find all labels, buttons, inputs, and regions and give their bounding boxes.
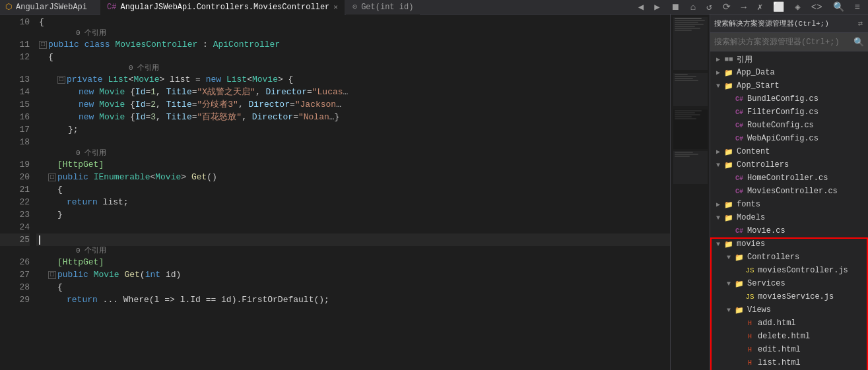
- search-input[interactable]: [714, 38, 851, 47]
- ref-hint-13: 0 个引用: [36, 63, 670, 73]
- toolbar-btn-menu[interactable]: ≡: [852, 2, 863, 13]
- tree-item-listhtml[interactable]: H list.html: [710, 356, 868, 369]
- tree-item-moviesservicejs[interactable]: JS moviesService.js: [710, 290, 868, 303]
- line-num-20: 20: [0, 171, 30, 183]
- toolbar-btn-2[interactable]: ▶: [651, 1, 662, 13]
- tree-item-app-data[interactable]: 📁 App_Data: [710, 66, 868, 79]
- tree-item-moviescontrollerjs[interactable]: JS moviesController.js: [710, 264, 868, 277]
- line-num-11: 11: [0, 38, 30, 51]
- code-line-29: return ... Where(l => l.Id == id).FirstO…: [36, 293, 670, 306]
- tab-cs-icon: C#: [107, 3, 116, 12]
- code-line-25[interactable]: [36, 233, 670, 246]
- tree-icon-ref: ■■: [723, 54, 734, 65]
- code-line-16: new Movie { Id = 3 , Title = "百花怒放" , Di…: [36, 111, 670, 123]
- tree-item-routeconfig[interactable]: C# RouteConfig.cs: [710, 119, 868, 132]
- code-content[interactable]: { 0 个引用 □ public class MoviesController …: [36, 15, 670, 370]
- tree-item-services[interactable]: 📁 Services: [710, 277, 868, 290]
- cs-icon-routeconfig: C#: [734, 120, 745, 131]
- search-icon[interactable]: 🔍: [853, 37, 864, 47]
- tree-item-movies-controllers[interactable]: 📁 Controllers: [710, 251, 868, 264]
- text-cursor: [39, 235, 40, 245]
- toolbar-btn-sq[interactable]: ⬜: [770, 1, 787, 13]
- cs-icon-bundleconfig: C#: [734, 94, 745, 104]
- tree-label-deletehtml: delete.html: [758, 332, 810, 341]
- tree-item-edithtml[interactable]: H edit.html: [710, 343, 868, 356]
- toolbar-btn-undo[interactable]: ↺: [704, 1, 714, 13]
- tree-label-routeconfig: RouteConfig.cs: [747, 121, 814, 130]
- se-btn-sync[interactable]: ⇄: [857, 17, 864, 30]
- toolbar-btn-search[interactable]: 🔍: [830, 1, 847, 13]
- toolbar-btn-refresh[interactable]: ⟳: [720, 1, 733, 13]
- tree-item-controllers[interactable]: 📁 Controllers: [710, 158, 868, 171]
- tree-item-webapiconfig[interactable]: C# WebApiConfig.cs: [710, 132, 868, 145]
- tree-arrow-app-start: [713, 82, 723, 90]
- tree-arrow-services: [723, 280, 734, 288]
- app-icon: ⬡: [5, 2, 12, 12]
- collapse-11[interactable]: □: [39, 41, 47, 49]
- code-line-15: new Movie { Id = 2 , Title = "分歧者3" , Di…: [36, 98, 670, 111]
- toolbar-btn-home[interactable]: ⌂: [688, 2, 698, 13]
- code-line-22: return list;: [36, 196, 670, 208]
- minimap-section-4: [673, 151, 708, 184]
- tab-label-2: Get(int id): [361, 3, 413, 12]
- tree-label-ref: 引用: [737, 54, 752, 65]
- collapse-13[interactable]: □: [57, 76, 65, 84]
- tree-label-app-data: App_Data: [737, 68, 775, 77]
- tree-label-listhtml: list.html: [758, 358, 801, 367]
- tree-item-addhtml[interactable]: H add.html: [710, 317, 868, 330]
- html-icon-deletehtml: H: [745, 331, 755, 342]
- folder-icon-controllers: 📁: [723, 160, 734, 170]
- tree-item-movies[interactable]: 📁 movies: [710, 237, 868, 251]
- solution-tree[interactable]: ■■ 引用 📁 App_Data 📁 App_Start: [710, 51, 868, 370]
- cs-icon-homecontroller: C#: [734, 173, 745, 183]
- collapse-27[interactable]: □: [48, 271, 56, 279]
- tab-get-int-id[interactable]: ⊙ Get(int id): [346, 0, 420, 15]
- tree-item-movie-cs[interactable]: C# Movie.cs: [710, 224, 868, 237]
- tree-item-views[interactable]: 📁 Views: [710, 303, 868, 317]
- tree-item-bundleconfig[interactable]: C# BundleConfig.cs: [710, 92, 868, 106]
- toolbar-btn-forward[interactable]: →: [739, 2, 749, 13]
- tree-arrow-fonts: [713, 200, 723, 208]
- toolbar-btn-close[interactable]: ✗: [754, 1, 765, 13]
- toolbar-btn-diamond[interactable]: ◈: [792, 1, 803, 13]
- tree-arrow-models: [713, 214, 723, 222]
- folder-icon-app-start: 📁: [723, 80, 734, 91]
- tree-item-filterconfig[interactable]: C# FilterConfig.cs: [710, 106, 868, 119]
- tree-label-addhtml: add.html: [758, 319, 796, 328]
- toolbar-btn-code[interactable]: <>: [809, 2, 825, 13]
- code-line-28: {: [36, 281, 670, 293]
- highlighted-section: 📁 movies 📁 Controllers JS moviesControll…: [710, 237, 868, 370]
- code-line-11: □ public class MoviesController : ApiCon…: [36, 38, 670, 51]
- tab-nav-icon: ⊙: [352, 2, 357, 12]
- code-line-20: □ public IEnumerable < Movie > Get (): [36, 171, 670, 183]
- tree-item-ref[interactable]: ■■ 引用: [710, 53, 868, 66]
- line-num-16: 16: [0, 111, 30, 123]
- cs-icon-movie: C#: [734, 226, 745, 236]
- tab-movies-controller[interactable]: C# AngularJSWebApi.Controllers.MoviesCon…: [100, 0, 345, 15]
- tree-item-fonts[interactable]: 📁 fonts: [710, 198, 868, 211]
- toolbar-btn-stop[interactable]: ⏹: [668, 2, 683, 13]
- collapse-20[interactable]: □: [48, 173, 56, 181]
- code-line-13: □ private List < Movie > list = new List…: [36, 73, 670, 86]
- tree-arrow-controllers: [713, 162, 723, 169]
- folder-icon-services: 📁: [734, 278, 745, 289]
- tree-item-moviescontroller[interactable]: C# MoviesController.cs: [710, 185, 868, 198]
- tree-label-homecontroller: HomeController.cs: [747, 173, 828, 183]
- tree-item-app-start[interactable]: 📁 App_Start: [710, 79, 868, 92]
- tree-item-content[interactable]: 📁 Content: [710, 145, 868, 158]
- tree-item-homecontroller[interactable]: C# HomeController.cs: [710, 171, 868, 185]
- tab-close-icon-1[interactable]: ✕: [333, 3, 338, 11]
- tree-arrow-views: [723, 307, 734, 314]
- toolbar-btn-1[interactable]: ◀: [636, 1, 646, 13]
- tree-arrow-ref: [713, 55, 723, 63]
- line-num-13: 13: [0, 73, 30, 86]
- tree-label-filterconfig: FilterConfig.cs: [747, 108, 818, 117]
- tree-label-moviescontrollerjs: moviesController.js: [758, 266, 848, 275]
- html-icon-addhtml: H: [745, 318, 755, 328]
- tree-item-deletehtml[interactable]: H delete.html: [710, 330, 868, 343]
- minimap: [671, 15, 710, 370]
- tree-label-views: Views: [747, 305, 771, 315]
- tree-item-models[interactable]: 📁 Models: [710, 211, 868, 224]
- editor-area[interactable]: 10 11 12 13 14 15 16 17 18 19 20 21 22 2…: [0, 15, 670, 370]
- line-num-19: 19: [0, 158, 30, 171]
